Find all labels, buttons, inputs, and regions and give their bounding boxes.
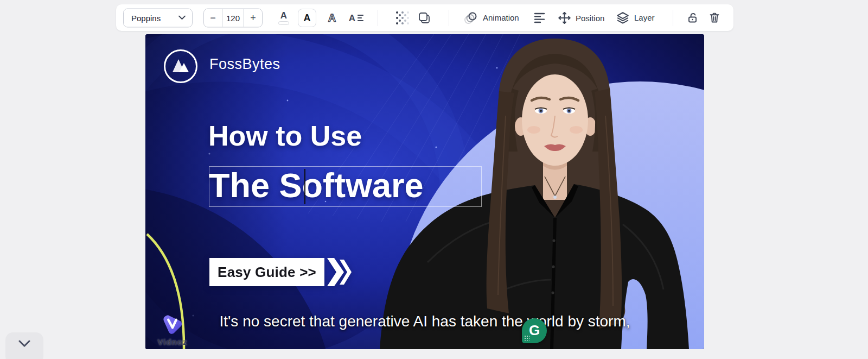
cta-button[interactable]: Easy Guide >> (209, 258, 353, 286)
font-color-icon: A (278, 11, 289, 25)
font-color-button[interactable]: A (275, 9, 293, 27)
video-canvas[interactable]: FossBytes How to Use The Software Easy G… (145, 34, 704, 349)
layer-stack-icon (616, 11, 630, 25)
collapse-panel-button[interactable] (5, 332, 43, 359)
background-duplicate-button[interactable] (415, 9, 433, 27)
animation-button[interactable]: Animation (463, 11, 519, 25)
layer-button[interactable]: Layer (616, 11, 655, 25)
toolbar-divider (449, 10, 449, 26)
grammarly-g: G (529, 322, 540, 339)
align-lines-icon (533, 12, 546, 24)
double-chevron-icon (327, 258, 353, 286)
brand-name: FossBytes (209, 56, 280, 73)
trash-icon (708, 11, 721, 24)
unlock-icon (686, 11, 699, 24)
title-line2[interactable]: The Software (209, 165, 424, 206)
opacity-button[interactable] (393, 9, 412, 27)
text-toolbar: Poppins − 120 + A A A A (116, 4, 733, 31)
font-size-stepper: − 120 + (203, 8, 263, 27)
outline-a-icon: A (325, 11, 339, 25)
drag-dots-icon (525, 336, 530, 341)
position-button[interactable]: Position (558, 11, 604, 24)
chevron-down-icon (18, 340, 31, 348)
text-align-button[interactable] (531, 9, 549, 27)
duplicate-card-icon (418, 11, 431, 24)
layer-label: Layer (634, 13, 655, 22)
font-family-value: Poppins (131, 13, 161, 22)
lock-button[interactable] (684, 9, 702, 27)
chevron-down-icon (178, 16, 186, 20)
svg-text:A: A (349, 13, 355, 23)
font-family-select[interactable]: Poppins (123, 8, 193, 27)
subtitle-text[interactable]: It's no secret that generative AI has ta… (145, 313, 704, 330)
svg-text:A: A (328, 12, 336, 24)
text-spacing-icon: A (348, 11, 364, 24)
animation-icon (463, 11, 478, 25)
text-caret (304, 169, 305, 204)
animation-label: Animation (483, 13, 519, 22)
font-size-input[interactable]: 120 (222, 9, 244, 27)
text-outline-button[interactable]: A (323, 9, 341, 27)
position-move-icon (558, 11, 571, 24)
opacity-checker-icon (395, 11, 410, 25)
mountain-icon (167, 53, 194, 80)
bold-a-icon: A (304, 13, 311, 23)
font-size-decrease-button[interactable]: − (204, 9, 222, 27)
font-size-increase-button[interactable]: + (244, 9, 262, 27)
text-spacing-button[interactable]: A (347, 9, 365, 27)
text-style-button[interactable]: A (298, 9, 316, 27)
title-line1[interactable]: How to Use (208, 119, 362, 152)
toolbar-divider (378, 10, 378, 26)
cta-label: Easy Guide >> (209, 258, 324, 286)
watermark-label: Vidnoz (151, 337, 194, 347)
position-label: Position (576, 13, 604, 22)
delete-button[interactable] (705, 9, 724, 27)
grammarly-badge[interactable]: G (522, 318, 547, 343)
toolbar-divider (673, 10, 673, 26)
fossbytes-logo (164, 49, 197, 83)
